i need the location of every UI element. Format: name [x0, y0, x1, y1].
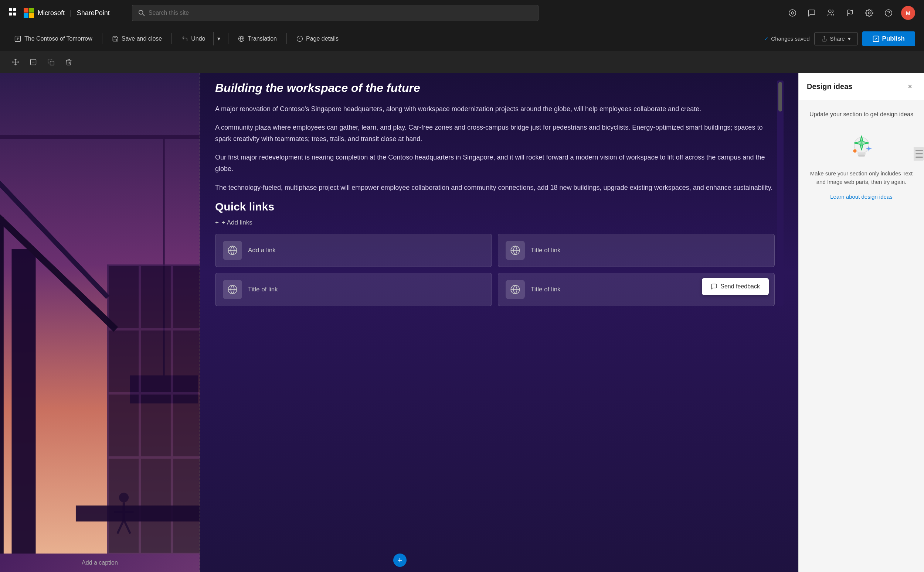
svg-rect-0 — [9, 8, 12, 11]
image-panel: Add a caption — [0, 73, 199, 572]
design-panel-close-button[interactable]: × — [904, 81, 916, 92]
save-label: Save and close — [122, 36, 162, 42]
feedback-icon — [711, 283, 717, 290]
learn-design-ideas-link[interactable]: Learn about design ideas — [830, 193, 892, 200]
link-card-3[interactable]: Title of link — [215, 273, 492, 306]
share-chevron[interactable]: ▾ — [848, 36, 851, 42]
search-icon — [138, 9, 145, 16]
divider4 — [287, 33, 287, 44]
translation-label: Translation — [248, 36, 277, 42]
search-bar[interactable] — [132, 5, 539, 21]
link-card-2[interactable]: Title of link — [498, 234, 775, 267]
toolbar-right: ✓ Changes saved Share ▾ Publish — [764, 31, 915, 46]
content-para3: Our first major redevelopment is nearing… — [215, 152, 775, 174]
changes-saved-text: Changes saved — [771, 36, 809, 42]
svg-point-9 — [868, 12, 870, 14]
content-para2: A community plaza where employees can ga… — [215, 122, 775, 145]
link-globe-icon-4 — [506, 280, 525, 299]
svg-rect-49 — [76, 505, 199, 521]
main-content-area: Add a caption Building the workspace of … — [0, 73, 924, 572]
microsoft-logo[interactable]: Microsoft | SharePoint — [23, 8, 110, 18]
people-icon[interactable] — [824, 6, 838, 20]
undo-icon — [181, 36, 188, 42]
design-panel-title: Design ideas — [807, 82, 852, 91]
design-subtitle: Update your section to get design ideas — [809, 111, 913, 118]
svg-point-6 — [789, 9, 796, 16]
send-feedback-label: Send feedback — [720, 283, 760, 290]
add-icon — [396, 556, 404, 564]
help-icon[interactable] — [882, 6, 895, 20]
design-ideas-panel: Design ideas × Update your section to ge… — [798, 73, 924, 572]
close-icon: × — [908, 82, 912, 91]
copy-tool-button[interactable] — [43, 54, 59, 70]
changes-saved-indicator: ✓ Changes saved — [764, 36, 809, 42]
svg-rect-2 — [9, 12, 12, 16]
plus-icon: + — [215, 219, 219, 226]
delete-tool-button[interactable] — [61, 54, 77, 70]
link-globe-icon-3 — [223, 280, 242, 299]
search-input[interactable] — [149, 9, 532, 16]
svg-rect-3 — [13, 12, 16, 16]
links-grid: Add a link Title of link Title of link — [215, 234, 775, 306]
svg-rect-55 — [0, 217, 4, 553]
page-title-label: The Contoso of Tomorrow — [24, 36, 92, 42]
link-globe-icon-2 — [506, 241, 525, 260]
move-tool-button[interactable] — [8, 54, 23, 70]
link-label-3: Title of link — [248, 286, 278, 293]
svg-rect-71 — [858, 155, 865, 157]
edit-tool-button[interactable] — [25, 54, 41, 70]
nav-icon-group: M — [786, 6, 915, 20]
svg-point-50 — [119, 493, 129, 502]
content-panel: Building the workspace of the future A m… — [199, 73, 798, 572]
tab-bar2 — [916, 153, 923, 154]
page-details-label: Page details — [306, 36, 338, 42]
svg-rect-56 — [11, 249, 36, 553]
content-para4: The technology-fueled, multiphase projec… — [215, 182, 775, 193]
top-navigation: Microsoft | SharePoint M — [0, 0, 924, 26]
publish-label: Publish — [882, 35, 905, 42]
share-icon — [821, 36, 827, 42]
link-label-4: Title of link — [531, 286, 561, 293]
user-avatar[interactable]: M — [901, 6, 915, 20]
add-section-button[interactable] — [393, 553, 407, 567]
link-label-1: Add a link — [248, 247, 276, 254]
svg-line-5 — [142, 14, 144, 16]
page-title-item[interactable]: The Contoso of Tomorrow — [9, 32, 98, 45]
page-details-icon — [296, 36, 303, 42]
svg-rect-25 — [50, 61, 55, 65]
page-icon — [14, 35, 22, 42]
content-para1: A major renovation of Contoso's Singapor… — [215, 103, 775, 115]
add-links-label: + Add links — [222, 219, 252, 226]
edit-toolbar — [0, 51, 924, 73]
copilot-icon[interactable] — [786, 6, 799, 20]
chat-icon[interactable] — [805, 6, 818, 20]
link-card-1[interactable]: Add a link — [215, 234, 492, 267]
translation-button[interactable]: Translation — [233, 33, 282, 45]
microsoft-text: Microsoft — [38, 9, 65, 17]
save-icon — [112, 36, 118, 42]
apps-grid-icon[interactable] — [9, 8, 16, 18]
divider1 — [102, 33, 102, 44]
send-feedback-button[interactable]: Send feedback — [702, 278, 769, 295]
divider2 — [171, 33, 172, 44]
image-caption[interactable]: Add a caption — [82, 560, 118, 566]
settings-icon[interactable] — [863, 6, 876, 20]
svg-point-10 — [885, 9, 892, 16]
publish-button[interactable]: Publish — [862, 31, 915, 46]
tab-bar1 — [916, 150, 923, 151]
panel-side-tab — [914, 147, 924, 161]
save-close-button[interactable]: Save and close — [107, 33, 167, 45]
undo-dropdown-btn[interactable]: ▾ — [213, 32, 224, 45]
editor-toolbar: The Contoso of Tomorrow Save and close U… — [0, 26, 924, 51]
flag-icon[interactable] — [843, 6, 857, 20]
svg-rect-70 — [857, 152, 866, 155]
link-label-2: Title of link — [531, 247, 561, 254]
share-button[interactable]: Share ▾ — [814, 32, 858, 45]
translation-icon — [238, 36, 245, 42]
construction-image — [0, 73, 199, 553]
add-links-button[interactable]: + + Add links — [215, 219, 775, 226]
page-details-button[interactable]: Page details — [291, 33, 344, 45]
svg-point-4 — [139, 10, 143, 14]
svg-point-72 — [853, 149, 856, 152]
undo-button[interactable]: Undo — [176, 33, 210, 45]
